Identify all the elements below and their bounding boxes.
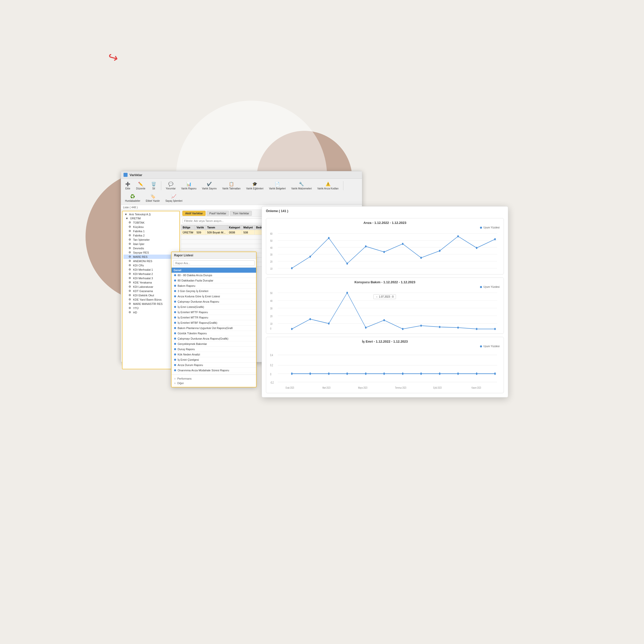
varlik-sayimi-label: Varlık Sayımı — [202, 187, 217, 190]
delete-button[interactable]: 🗑️ Sil — [149, 180, 158, 191]
tree-item-kucuksu[interactable]: ⚙ Küçüksu — [124, 225, 178, 229]
tree-item-anemoni[interactable]: ⚙ ANEMONi RES — [124, 259, 178, 263]
tree-item-ytu[interactable]: ⚙ YTÜ — [124, 306, 178, 310]
edu-icon: ⚙ — [129, 306, 132, 310]
chart-koruyucu-title: Koruyucu Bakım - 1.12.2022 - 1.12.2023 — [270, 280, 500, 284]
rapor-item-durus[interactable]: Duruş Raporu — [172, 347, 256, 352]
tree-item-kdi-elek[interactable]: ⚙ KDI Elektrik Okul — [124, 293, 178, 297]
tree-tari-label: Tarı İşlemeler — [133, 238, 150, 241]
tree-item-tari[interactable]: ⚙ Tarı İşlemeler — [124, 237, 178, 242]
rapor-item-label-1: 80 - 80 Dakika Arıza Durups — [178, 274, 212, 277]
varlik-talimatlari-button[interactable]: 📋 Varlık Talimatları — [220, 180, 243, 191]
sayac-islemleri-icon: 📈 — [171, 193, 177, 199]
rapor-item-ariza-durum[interactable]: Arıza Durum Raporu — [172, 363, 256, 368]
rapor-item-3gun[interactable]: 3 Gün Geçmiş İş Emirleri — [172, 289, 256, 294]
varlik-ariza-kodlari-button[interactable]: ⚠️ Varlık Arıza Kodları — [315, 180, 341, 191]
rapor-item-80-80[interactable]: 80 - 80 Dakika Arıza Durups — [172, 273, 256, 278]
tree-item-kdi-crs[interactable]: ⚙ KDI CRs — [124, 263, 178, 267]
rapor-dot-8 — [174, 311, 176, 313]
svg-point-67 — [291, 373, 293, 375]
tree-item-sayisar[interactable]: ⚙ Sayışar RES — [124, 250, 178, 255]
svg-point-70 — [346, 373, 348, 375]
svg-text:20: 20 — [270, 314, 273, 318]
tree-item-uretim[interactable]: ▼ ÜRETİM — [124, 216, 178, 220]
rapor-dot-1 — [174, 274, 176, 276]
varlik-egitimleri-button[interactable]: 🎓 Varlık Eğitimleri — [244, 180, 265, 191]
rapor-item-label-19: Onarımma Arıza Müdahale Süresi Raporu — [178, 369, 229, 372]
rapor-footer-diger[interactable]: ○ Diğer — [174, 381, 254, 385]
arrow-indicator: ↪ — [106, 49, 120, 65]
chart-koruyucu-legend: Uyum Yüzdesi — [270, 286, 500, 288]
rapor-item-mttf[interactable]: İş Emirleri MTTF Raporu — [172, 310, 256, 315]
rapor-item-mttr[interactable]: İş Emirleri MTTR Raporu — [172, 315, 256, 320]
varlik-belgeleri-label: Varlık Belgeleri — [269, 187, 286, 190]
gear-icon-15: ⚙ — [129, 311, 132, 314]
breadcrumb-text: Liste ( 448 ) — [123, 206, 138, 209]
rapor-item-is-emri-cizelge[interactable]: İş Emiri Çizelgesi — [172, 357, 256, 363]
tree-item-kdi-lab[interactable]: ⚙ KDI Laboratuvar — [124, 285, 178, 289]
varlik-malzemeleri-label: Varlık Malzemeleri — [291, 187, 312, 190]
rapor-item-kok[interactable]: Kök Neden Analizi — [172, 352, 256, 357]
tree-item-fabrika1[interactable]: ⚙ Fabrika 1 — [124, 229, 178, 233]
gear-icon-8: ⚙ — [129, 264, 132, 267]
tab-aktif-varliklar[interactable]: Aktif Varlıklar — [182, 211, 206, 216]
tree-kdi-lab-label: KDI Laboratuvar — [133, 285, 153, 288]
tree-item-fabrika2[interactable]: ⚙ Fabrika 2 — [124, 233, 178, 237]
tree-item-kdi-m1[interactable]: ⚙ KDI Merhsalat 1 — [124, 267, 178, 272]
rapor-footer-label-1: Performans — [177, 377, 192, 380]
svg-point-16 — [365, 245, 367, 247]
rapor-list[interactable]: Genel 80 - 80 Dakika Arıza Durups 80 Dak… — [172, 268, 256, 375]
rapor-footer-performans[interactable]: ○ Performans — [174, 376, 254, 381]
svg-point-42 — [309, 318, 311, 320]
tree-kdt-gaz-label: KDT Gazanama — [133, 290, 153, 293]
rapor-item-80-fazla[interactable]: 80 Dakikadan Fazla Duruşlar — [172, 278, 256, 283]
chart-is-emri-title: İş Emri - 1.12.2022 - 1.12.2023 — [270, 340, 500, 343]
etiket-yazdir-button[interactable]: 🏷️ Etiket Yazdır — [144, 192, 162, 203]
hurdabadeler-icon: ♻️ — [130, 193, 135, 199]
charts-window: Önleme ( 141 ) Arıza - 1.12.2022 - 1.12.… — [262, 206, 508, 397]
rapor-item-bakim[interactable]: Bakım Raporu — [172, 283, 256, 289]
rapor-item-mtbf[interactable]: İş Emirleri MTBF Raporu(Grafik) — [172, 320, 256, 326]
tree-item-kde-yanil[interactable]: ⚙ KDE Yanıl Baem Büros — [124, 297, 178, 302]
rapor-item-calismayi[interactable]: Çalışmayı Durduran Arıza Raporu — [172, 299, 256, 304]
tree-item-hd[interactable]: ⚙ HD — [124, 310, 178, 314]
tree-item-kdi-m2[interactable]: ⚙ KDI Merhsalat 2 — [124, 272, 178, 276]
varlik-belgeleri-button[interactable]: 📄 Varlık Belgeleri — [267, 180, 288, 191]
rapor-item-bakim-plan-ust[interactable]: Bakım Planlarına Uygunluk Üst Raporu(Gra… — [172, 326, 256, 331]
rapor-item-label-6: Çalışmayı Durduran Arıza Raporu — [178, 300, 219, 303]
sayac-islemleri-button[interactable]: 📈 Sayaç İşlemleri — [163, 192, 184, 203]
svg-text:Mart 2023: Mart 2023 — [323, 386, 331, 389]
varlik-sayimi-button[interactable]: ✔️ Varlık Sayımı — [200, 180, 219, 191]
rapor-item-calismayi-grafik[interactable]: Çalışmayı Durduran Arıza Raporu(Grafik) — [172, 336, 256, 341]
tree-anemoni-label: ANEMONi RES — [133, 260, 152, 263]
rapor-item-ariza-koduna[interactable]: Arıza Koduna Göre İş Emiri Listesi — [172, 294, 256, 299]
edit-button[interactable]: ✏️ Düzenle — [134, 180, 147, 191]
hurdabadeler-button[interactable]: ♻️ Hurdabadeler — [123, 192, 142, 203]
tree-kdi-m1-label: KDI Merhsalat 1 — [133, 268, 153, 271]
tree-item-mare-res[interactable]: ⚙ MARE RES — [124, 255, 178, 259]
tree-item-kde-yera[interactable]: ⚙ KDE Yerakama — [124, 280, 178, 285]
tree-kucuksu-label: Küçüksu — [133, 225, 144, 228]
rapor-search-input[interactable] — [173, 260, 255, 266]
varlik-raporu-button[interactable]: 📊 Varlık Raporu — [179, 180, 198, 191]
tree-item-tubitak[interactable]: ⚙ TÜBİTAK — [124, 220, 178, 225]
tree-item-devredis[interactable]: ⚙ Devredis — [124, 246, 178, 250]
comments-button[interactable]: 💬 Yorumlar — [164, 180, 178, 191]
varlik-malzemeleri-button[interactable]: 🔧 Varlık Malzemeleri — [289, 180, 314, 191]
tree-item-kdi-m3[interactable]: ⚙ KDI Merhsalat 3 — [124, 276, 178, 280]
rapor-item-gunluk[interactable]: Günlük Tüketim Raporu — [172, 331, 256, 336]
tree-item-root[interactable]: ▼ Arıtı Teknoloji A.Ş — [124, 212, 178, 216]
tree-item-kdt-gaz[interactable]: ⚙ KDT Gazanama — [124, 289, 178, 293]
rapor-item-onarimma[interactable]: Onarımma Arıza Müdahale Süresi Raporu — [172, 368, 256, 373]
rapor-item-is-emri-grafik[interactable]: İş Emri Listesi(Grafik) — [172, 304, 256, 310]
svg-text:Mayıs 2023: Mayıs 2023 — [358, 331, 368, 331]
rapor-dot-18 — [174, 364, 176, 366]
rapor-item-gerceklesmek[interactable]: Gerçekleşmek Bakımlar — [172, 341, 256, 347]
tab-tum-varliklar[interactable]: Tüm Varlıklar — [230, 211, 252, 216]
tree-item-mare-man[interactable]: ⚙ MARE MANASTİR RES — [124, 302, 178, 306]
chart-ariza-svg: 60 50 40 30 20 10 — [270, 230, 500, 272]
svg-point-68 — [309, 373, 311, 375]
tree-item-idari[interactable]: ⚙ İdari İşler — [124, 242, 178, 246]
tab-pasif-varliklar[interactable]: Pasif Varlıklar — [207, 211, 229, 216]
add-button[interactable]: ➕ Ekle — [123, 180, 133, 191]
